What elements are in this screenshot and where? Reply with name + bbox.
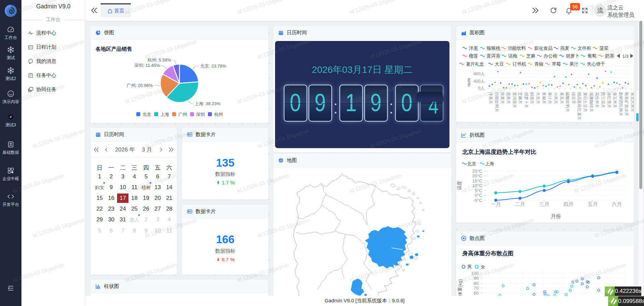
- svg-text:5°C: 5°C: [475, 188, 482, 193]
- svg-text:东北大米月: 东北大米月: [630, 92, 634, 112]
- svg-text:普洱茶月: 普洱茶月: [512, 92, 517, 108]
- svg-text:25°C: 25°C: [472, 169, 482, 174]
- svg-text:洋葱月: 洋葱月: [488, 92, 493, 104]
- svg-text:上海: 上海: [160, 112, 169, 117]
- svg-text:花生米月: 花生米月: [595, 92, 599, 108]
- svg-text:六月: 六月: [612, 201, 622, 207]
- svg-text:0°C: 0°C: [475, 193, 482, 198]
- svg-text:文件柜: 文件柜: [578, 46, 591, 51]
- svg-text:男: 男: [467, 264, 472, 269]
- svg-text:num: num: [466, 78, 471, 86]
- svg-text:100: 100: [471, 271, 479, 276]
- svg-text:女: 女: [481, 264, 485, 269]
- svg-text:黄心土豆月: 黄心土豆月: [583, 92, 588, 112]
- svg-text:三月: 三月: [539, 201, 549, 207]
- svg-text:胡萝卜: 胡萝卜: [566, 53, 580, 58]
- svg-text:奶茶月: 奶茶月: [530, 92, 534, 104]
- svg-text:冰红茶月: 冰红茶月: [607, 92, 611, 108]
- svg-text:一月: 一月: [491, 201, 501, 207]
- svg-text:青椒: 青椒: [534, 61, 544, 67]
- svg-text:四月: 四月: [564, 201, 574, 207]
- svg-text:燕麦月: 燕麦月: [500, 92, 505, 104]
- svg-text:身高体重分布散点图: 身高体重分布散点图: [462, 250, 514, 257]
- svg-text:70: 70: [474, 286, 479, 291]
- svg-text:功能饮料月: 功能饮料月: [494, 92, 499, 112]
- svg-text:深圳: 深圳: [196, 112, 205, 117]
- svg-text:现磨咖啡月: 现磨咖啡月: [589, 92, 594, 112]
- svg-text:西兰花月: 西兰花月: [601, 92, 605, 108]
- svg-text:深圳: 11.45%: 深圳: 11.45%: [134, 63, 160, 68]
- svg-text:上海: 38.23%: 上海: 38.23%: [195, 101, 221, 106]
- svg-text:广州: 20.96%: 广州: 20.96%: [127, 83, 153, 88]
- svg-text:草莓: 草莓: [552, 61, 561, 67]
- svg-text:1/3: 1/3: [622, 54, 629, 59]
- svg-text:洋葱: 洋葱: [469, 46, 478, 51]
- svg-text:话梅: 话梅: [508, 53, 518, 58]
- svg-text:青椒月: 青椒月: [542, 92, 546, 104]
- svg-text:20°C: 20°C: [472, 173, 482, 178]
- svg-text:温度: 温度: [457, 181, 462, 190]
- svg-text:杭州: 杭州: [214, 112, 223, 117]
- svg-text:胡萝卜月: 胡萝卜月: [524, 92, 529, 108]
- svg-text:60: 60: [474, 291, 479, 296]
- svg-text:0人: 0人: [478, 86, 485, 91]
- svg-text:猕猴桃: 猕猴桃: [487, 46, 500, 51]
- svg-text:北京: 北京: [467, 161, 476, 166]
- svg-text:夹心饼干: 夹心饼干: [587, 61, 605, 67]
- svg-text:400人: 400人: [474, 79, 485, 84]
- svg-text:绿豆月: 绿豆月: [571, 92, 576, 104]
- svg-text:新鲜西红柿月: 新鲜西红柿月: [619, 92, 623, 116]
- svg-text:碳酸饮料月: 碳酸饮料月: [565, 92, 570, 112]
- svg-text:北京上海温度趋势上半年对比: 北京上海温度趋势上半年对比: [462, 148, 536, 155]
- svg-text:黄玉米月: 黄玉米月: [612, 92, 617, 108]
- svg-text:精品有机红薯月: 精品有机红薯月: [577, 92, 582, 120]
- svg-text:广州: 广州: [178, 112, 187, 117]
- svg-text:薯片礼盒: 薯片礼盒: [466, 61, 484, 67]
- svg-text:榴莲: 榴莲: [469, 53, 478, 58]
- svg-text:燕麦: 燕麦: [560, 46, 569, 51]
- svg-text:800人: 800人: [474, 72, 485, 76]
- svg-text:订书机: 订书机: [512, 61, 526, 67]
- svg-text:芝麻: 芝麻: [526, 53, 536, 58]
- svg-text:果汁月: 果汁月: [547, 92, 552, 104]
- svg-text:奶茶: 奶茶: [605, 53, 614, 58]
- svg-text:葡萄: 葡萄: [587, 53, 597, 58]
- svg-text:五月: 五月: [588, 201, 598, 207]
- svg-text:大豆: 大豆: [495, 61, 504, 67]
- svg-text:菠菜月: 菠菜月: [506, 92, 511, 104]
- svg-text:90: 90: [474, 276, 479, 281]
- svg-text:大豆月: 大豆月: [536, 92, 540, 104]
- svg-text:膨化食品: 膨化食品: [534, 46, 552, 51]
- svg-text:芝麻月: 芝麻月: [518, 92, 523, 104]
- svg-text:15°C: 15°C: [472, 178, 482, 183]
- svg-text:黄瓜月: 黄瓜月: [559, 92, 564, 104]
- svg-text:功能饮料: 功能饮料: [508, 46, 526, 51]
- svg-text:菠菜: 菠菜: [599, 46, 608, 51]
- svg-text:月份: 月份: [551, 213, 561, 219]
- svg-text:普洱茶: 普洱茶: [487, 53, 500, 58]
- svg-text:10°C: 10°C: [472, 183, 482, 188]
- svg-text:杭州: 5.58%: 杭州: 5.58%: [148, 57, 171, 62]
- svg-text:北京: 23.78%: 北京: 23.78%: [200, 63, 226, 69]
- svg-text:办公椅: 办公椅: [544, 53, 557, 58]
- svg-text:果汁: 果汁: [570, 61, 579, 67]
- svg-text:二月: 二月: [515, 201, 525, 207]
- svg-text:瓶装矿泉水月: 瓶装矿泉水月: [624, 92, 629, 116]
- svg-text:小米月: 小米月: [553, 92, 558, 104]
- svg-text:北京: 北京: [143, 112, 151, 117]
- svg-text:上海: 上海: [485, 161, 494, 166]
- svg-text:80: 80: [474, 281, 479, 286]
- svg-text:体重(kg): 体重(kg): [458, 279, 463, 296]
- svg-text:-5°C: -5°C: [473, 198, 482, 203]
